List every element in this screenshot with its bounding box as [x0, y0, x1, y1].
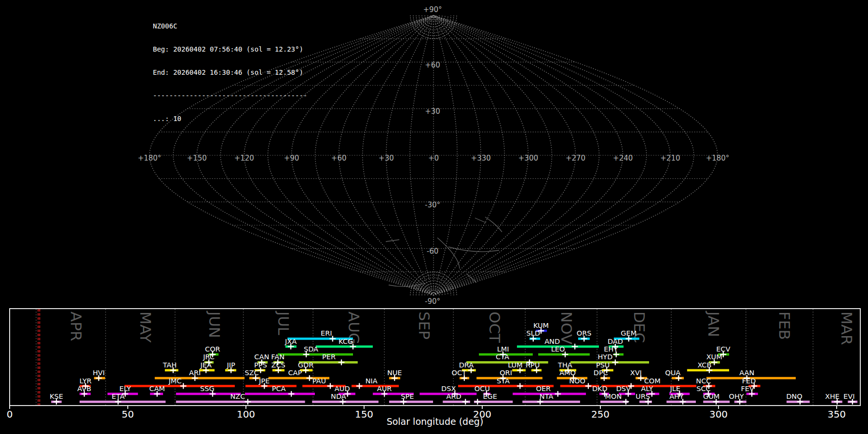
longitude-label: +180°	[706, 154, 730, 163]
x-axis-tick-label: 100	[237, 408, 255, 420]
month-label: APR	[68, 312, 85, 341]
shower-code-label: SZC	[244, 369, 258, 377]
month-label: FEB	[776, 312, 793, 340]
shower-code-label: KCG	[339, 338, 353, 345]
longitude-label: +150	[187, 154, 207, 163]
shower-code-label: AMO	[559, 369, 576, 377]
month-label: JUL	[275, 311, 292, 336]
shower-activity-bar	[124, 385, 235, 387]
shower-code-label: JEA	[200, 361, 212, 369]
shower-code-label: XVI	[630, 369, 642, 377]
shower-code-label: AND	[544, 338, 560, 345]
latitude-label: +90°	[423, 5, 442, 14]
separator-line: --------------------------------------	[153, 92, 307, 99]
latitude-label: -30°	[425, 201, 440, 209]
shower-activity-bar	[80, 401, 165, 403]
latitude-label: -90°	[425, 297, 440, 306]
month-label: JAN	[705, 311, 722, 337]
shower-code-label: TAH	[163, 361, 177, 369]
shower-code-label: FEV	[741, 385, 754, 393]
shower-code-label: AUR	[377, 385, 392, 393]
longitude-label: +0	[428, 154, 439, 163]
shower-code-label: DNO	[786, 393, 802, 400]
shower-code-label: CAP	[288, 369, 302, 377]
month-label: OCT	[486, 312, 503, 343]
shower-code-label: COR	[205, 345, 220, 353]
camera-fov-arc	[437, 238, 460, 269]
shower-code-label: OHY	[729, 393, 744, 400]
x-axis-title: Solar longitude (deg)	[387, 416, 484, 427]
longitude-label: +240	[613, 154, 633, 163]
shower-code-label: XHE	[825, 393, 840, 400]
shower-code-label: GUM	[703, 393, 719, 400]
shower-code-label: ALY	[641, 385, 653, 393]
longitude-label: +60	[331, 154, 347, 163]
longitude-label: +270	[566, 154, 585, 163]
shower-code-label: LMI	[497, 345, 509, 353]
x-axis-tick-label: 0	[7, 408, 13, 420]
shower-activity-bar	[389, 401, 433, 403]
shower-code-label: LYR	[80, 377, 92, 385]
shower-code-label: MON	[605, 393, 622, 400]
shower-code-label: COM	[644, 377, 661, 385]
shower-code-label: LUM	[508, 361, 522, 369]
count-line: ...: 10	[153, 115, 307, 122]
shower-code-label: JXA	[285, 338, 297, 345]
shower-code-label: SCC	[696, 385, 710, 393]
shower-code-label: EVI	[843, 393, 854, 400]
shower-code-label: GEM	[621, 329, 637, 337]
shower-code-label: KUM	[533, 322, 549, 329]
shower-code-label: SPE	[401, 393, 414, 400]
camera-fov-arc	[386, 240, 399, 242]
shower-code-label: JMC	[168, 377, 182, 385]
shower-code-label: URS	[636, 393, 650, 400]
shower-code-label: CTA	[496, 353, 509, 361]
shower-code-label: GDR	[298, 361, 313, 369]
month-label: MAR	[838, 312, 855, 345]
shower-code-label: AAN	[739, 369, 754, 377]
shower-code-label: NIA	[366, 377, 378, 385]
shower-code-label: FED	[742, 377, 756, 385]
month-label: SEP	[416, 312, 433, 339]
begin-time-line: Beg: 20260402 07:56:40 (sol = 12.23°)	[153, 45, 307, 53]
latitude-label: -60	[427, 247, 439, 256]
shower-code-label: AUD	[335, 385, 350, 393]
shower-code-label: JPE	[258, 377, 270, 385]
shower-code-label: HYD	[597, 353, 612, 361]
shower-code-label: XCB	[697, 361, 711, 369]
shower-code-label: EHY	[604, 345, 618, 353]
shower-code-label: QUA	[665, 369, 680, 377]
shower-activity-bar	[278, 353, 353, 356]
shower-code-label: CAM	[149, 385, 165, 393]
month-label: MAY	[137, 312, 154, 343]
x-axis-tick-label: 350	[827, 408, 846, 420]
camera-fov-arc	[475, 218, 486, 223]
longitude-label: +210	[660, 154, 680, 163]
longitude-label: +300	[518, 154, 538, 163]
shower-code-label: THA	[557, 361, 572, 369]
shower-code-label: PCA	[272, 385, 286, 393]
shower-code-label: PPS	[254, 361, 267, 369]
shower-code-label: DSX	[441, 385, 456, 393]
latitude-label: +60	[425, 61, 440, 69]
shower-code-label: OCU	[475, 385, 490, 393]
sky-map-and-timeline-plot: +180°+150+120+90+60+30+0+330+300+270+240…	[0, 0, 868, 434]
shower-code-label: AVB	[77, 385, 91, 393]
shower-activity-bar	[176, 401, 305, 403]
shower-code-label: DRA	[459, 361, 474, 369]
shower-activity-bar	[316, 345, 373, 348]
longitude-label: +90	[284, 154, 299, 163]
shower-code-label: SLD	[527, 329, 540, 337]
x-axis-tick-label: 50	[122, 408, 134, 420]
shower-code-label: LEO	[551, 345, 565, 353]
shower-code-label: JLE	[669, 385, 680, 393]
month-label: JUN	[206, 311, 223, 338]
shower-code-label: PER	[322, 353, 336, 361]
shower-code-label: OER	[536, 385, 551, 393]
shower-code-label: ETA	[111, 393, 124, 400]
shower-code-label: SDA	[304, 345, 318, 353]
shower-code-label: NCC	[696, 377, 711, 385]
shower-code-label: RPU	[526, 361, 540, 369]
latitude-label: +30	[425, 107, 440, 116]
month-label: NOV	[558, 312, 575, 344]
